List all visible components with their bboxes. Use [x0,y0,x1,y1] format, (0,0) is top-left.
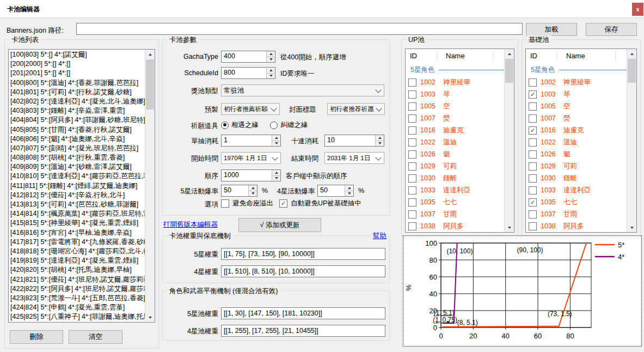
pool-list-item[interactable]: [403|803] 5*:[鍾離] 4*:[辛焱,雷澤,重雲] [9,106,145,116]
checkbox-icon[interactable] [408,186,416,195]
table-row[interactable]: 1026魈 [526,148,627,160]
pool-list-item[interactable]: [424|824] 5*:[申鶴] 4*:[凝光,重雲,雲堇] [9,303,145,312]
path-input[interactable] [76,23,523,35]
scrollbar-thumb[interactable] [505,59,513,83]
pool-list-item[interactable]: [415|815] 5*:[神里綾華] 4*:[凝光,重雲,煙緋] [9,219,145,228]
spin-up-icon[interactable] [272,135,280,141]
pool-list-item[interactable]: [421|821] 5*:[優菈] 4*:[班尼特,諾艾爾,蘿莎莉亞] [9,275,145,284]
checkbox-icon[interactable] [408,78,416,87]
checkbox-icon[interactable] [529,150,537,159]
pool-list-item[interactable]: [420|820] 5*:[胡桃] 4*:[托馬,迪奧娜,早柚] [9,265,145,275]
checkbox-icon[interactable] [529,174,537,183]
spin-up-icon[interactable] [376,135,384,141]
checkbox-icon[interactable] [529,78,537,87]
base-pool-scrollbar[interactable] [627,49,636,232]
end-time-picker[interactable]: 2031年 1月 1日 [324,152,384,164]
table-row[interactable]: 1005空 [526,100,627,112]
scroll-down-icon[interactable] [505,223,514,232]
pool-list-item[interactable]: [406|806] 5*:[魈] 4*:[迪奧娜,北斗,辛焱] [9,135,145,144]
pool-list-item[interactable]: [408|808] 5*:[胡桃] 4*:[行秋,重雲,香菱] [9,153,145,162]
table-row[interactable]: 1033達達利亞 [526,184,627,196]
checkbox-icon[interactable] [408,162,416,171]
table-row[interactable]: ✓1035七七 [526,196,627,208]
pool-list-item[interactable]: [411|811] 5*:[鍾離] 4*:[煙緋,諾艾爾,迪奧娜] [9,181,145,191]
table-row[interactable]: 1022溫迪 [526,136,627,148]
spin-up-icon[interactable] [267,51,275,57]
checkbox-icon[interactable] [408,138,416,147]
table-row[interactable]: 1038阿貝多 [406,220,505,232]
checkbox-icon[interactable] [529,138,537,147]
pool-list-item[interactable]: [423|823] 5*:[荒瀧一斗] 4*:[五郎,芭芭拉,香菱] [9,294,145,303]
scroll-up-icon[interactable] [505,49,514,58]
pool-list-item[interactable]: [425|825] 5*:[八重神子] 4*:[菲謝爾,迪奧娜,托馬] [9,312,145,321]
pool-list-item[interactable]: [402|802] 5*:[達達利亞] 4*:[凝光,北斗,迪奧娜] [9,97,145,106]
pool-list-item[interactable]: [100|803] 5*:[] 4*:[諾艾爾] [9,50,145,59]
table-row[interactable]: 1022溫迪 [406,136,505,148]
pool-list-item[interactable]: [201|2001] 5*:[] 4*:[] [9,69,145,78]
checkbox-icon[interactable] [408,150,416,159]
checkbox-icon[interactable] [408,174,416,183]
table-row[interactable]: 1037甘雨 [526,208,627,220]
table-row[interactable]: 1002神里綾華 [526,76,627,88]
radio-meet-fate[interactable]: 相遇之緣 [221,120,259,130]
preset-select[interactable]: 初行者推薦祈願 [221,103,280,115]
checkbox-icon[interactable] [529,210,537,219]
gacha-type-spinner[interactable]: 400 [221,51,275,63]
table-row[interactable]: 1026魈 [406,148,505,160]
table-row[interactable]: 1030鍾離 [406,172,505,184]
pool-list-item[interactable]: [419|819] 5*:[達達利亞] 4*:[凝光,重雲,煙緋] [9,256,145,265]
spin-down-icon[interactable] [345,191,353,197]
table-row[interactable]: 1007熒 [406,112,505,124]
pool-list-item[interactable]: [410|810] 5*:[達達利亞] 4*:[蘿莎莉亞,芭芭拉,菲謝爾] [9,172,145,181]
add-update-button[interactable]: √ 添加或更新 [238,218,321,232]
checkbox-checked-icon[interactable]: ✓ [529,126,537,135]
table-row[interactable]: ✓1003琴 [526,88,627,100]
pool-list-item[interactable]: [401|801] 5*:[可莉] 4*:[行秋,諾艾爾,砂糖] [9,88,145,97]
pool-list-item[interactable]: [413|813] 5*:[可莉] 4*:[芭芭拉,砂糖,菲謝爾] [9,200,145,209]
checkbox-icon[interactable] [408,102,416,111]
weight4-input[interactable] [221,265,385,277]
table-row[interactable]: 1029可莉 [526,160,627,172]
scrollbar-thumb[interactable] [146,59,154,110]
checkbox-checked-icon[interactable]: ✓ [529,90,537,99]
scroll-up-icon[interactable] [627,49,636,58]
delete-button[interactable]: 刪除 [10,330,63,344]
pool-list-item[interactable]: [417|817] 5*:[雷電將軍] 4*:[九條裟羅,香菱,砂糖] [9,238,145,247]
scroll-down-icon[interactable] [627,223,636,232]
spin-down-icon[interactable] [267,57,275,63]
pool-list-item[interactable]: [416|816] 5*:[宵宮] 4*:[早柚,迪奧娜,辛焱] [9,228,145,238]
checkbox-icon[interactable] [529,222,537,230]
checkbox-icon[interactable] [529,102,537,111]
ten-cost-spinner[interactable]: 10 [324,135,384,147]
spin-up-icon[interactable] [249,185,257,191]
rate4-spinner[interactable]: 50 [317,185,354,197]
spin-down-icon[interactable] [272,141,280,147]
spin-up-icon[interactable] [267,68,275,73]
checkbox-icon[interactable] [408,114,416,123]
pool-list-item[interactable]: [414|814] 5*:[楓原萬葉] 4*:[蘿莎莉亞,班尼特,雷澤] [9,209,145,219]
schedule-id-spinner[interactable]: 800 [221,67,275,79]
pool-type-select[interactable]: 常驻池 [221,84,384,96]
table-row[interactable]: ✓1016迪盧克 [526,124,627,136]
clear-button[interactable]: 清空 [69,330,122,344]
pool-list-scrollbar[interactable] [145,50,155,322]
avoid-up-in-base-checkbox[interactable]: ✓ 自動避免UP被基礎抽中 [279,199,361,208]
help-link[interactable]: 幫助 [371,232,388,241]
table-row[interactable]: 1029可莉 [406,160,505,172]
table-row[interactable]: 1033達達利亞 [406,184,505,196]
pool-list-item[interactable]: [405|805] 5*:[甘雨] 4*:[香菱,行秋,諾艾爾] [9,125,145,135]
pool-list-item[interactable]: [418|818] 5*:[珊瑚宮心海] 4*:[蘿莎莉亞,北斗,行秋] [9,247,145,256]
checkbox-icon[interactable] [408,126,416,135]
table-row[interactable]: 1016迪盧克 [406,124,505,136]
scroll-up-icon[interactable] [145,50,155,59]
avoid-constellation-checkbox[interactable]: 避免命座溢出 [221,199,273,208]
checkbox-icon[interactable] [529,186,537,195]
spin-down-icon[interactable] [376,141,384,147]
scroll-down-icon[interactable] [145,313,155,322]
table-row[interactable]: 1030鍾離 [526,172,627,184]
pool-list-item[interactable]: [404|804] 5*:[阿貝多] 4*:[菲謝爾,砂糖,班尼特] [9,116,145,125]
pool-list-item[interactable]: [409|809] 5*:[溫迪] 4*:[砂糖,雷澤,諾艾爾] [9,162,145,172]
order-spinner[interactable]: 1000 [221,169,281,181]
table-row[interactable]: 1038阿貝多 [526,220,627,232]
old-editor-link[interactable]: 打開舊版本編輯器 [163,220,218,229]
